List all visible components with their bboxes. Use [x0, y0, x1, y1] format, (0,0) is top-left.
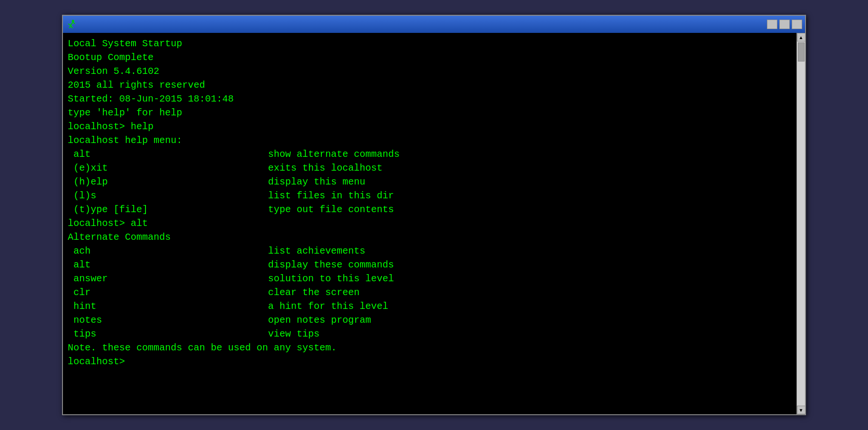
terminal-area[interactable]: Local System StartupBootup CompleteVersi…	[63, 33, 796, 414]
window-body: Local System StartupBootup CompleteVersi…	[63, 33, 805, 414]
scroll-thumb[interactable]	[798, 42, 805, 61]
terminal-line: localhost> help	[68, 120, 792, 133]
terminal-cmd-row: (t)ype [file]type out file contents	[68, 203, 792, 216]
terminal-cmd-row: (e)xitexits this localhost	[68, 161, 792, 175]
svg-line-5	[73, 22, 75, 24]
title-bar-buttons	[767, 20, 802, 29]
terminal-cmd-row: (l)slist files in this dir	[68, 189, 792, 203]
svg-line-4	[71, 25, 72, 28]
terminal-line: 2015 all rights reserved	[68, 78, 792, 92]
terminal-cmd-row: altshow alternate commands	[68, 147, 792, 161]
terminal-line: localhost help menu:	[68, 133, 792, 147]
scroll-up-arrow[interactable]: ▲	[797, 33, 806, 41]
cmd-name: (t)ype [file]	[68, 203, 268, 216]
terminal-cmd-row: altdisplay these commands	[68, 258, 792, 272]
title-bar-left	[66, 19, 80, 30]
cmd-desc: clear the screen	[268, 286, 360, 299]
scroll-down-arrow[interactable]: ▼	[797, 406, 806, 414]
cmd-desc: exits this localhost	[268, 161, 382, 175]
cmd-desc: solution to this level	[268, 272, 394, 286]
cmd-name: alt	[68, 147, 268, 161]
title-bar	[63, 16, 805, 33]
terminal-line: Version 5.4.6102	[68, 64, 792, 78]
cmd-desc: view tips	[268, 327, 320, 341]
scroll-track	[797, 41, 805, 406]
svg-point-0	[72, 20, 74, 22]
cmd-desc: display these commands	[268, 258, 394, 272]
terminal-line: localhost>	[68, 355, 792, 369]
terminal-line: Bootup Complete	[68, 51, 792, 64]
cmd-name: alt	[68, 258, 268, 272]
terminal-line: type 'help' for help	[68, 106, 792, 120]
terminal-cmd-row: clrclear the screen	[68, 286, 792, 299]
cmd-name: clr	[68, 286, 268, 299]
cmd-name: hint	[68, 299, 268, 313]
svg-line-2	[68, 24, 71, 25]
cmd-desc: open notes program	[268, 313, 371, 327]
cmd-name: ach	[68, 244, 268, 258]
terminal-cmd-row: tipsview tips	[68, 327, 792, 341]
terminal-line: Local System Startup	[68, 37, 792, 51]
terminal-cmd-row: answersolution to this level	[68, 272, 792, 286]
close-button[interactable]	[792, 20, 802, 29]
terminal-cmd-row: hinta hint for this level	[68, 299, 792, 313]
cmd-desc: show alternate commands	[268, 147, 400, 161]
cmd-desc: type out file contents	[268, 203, 394, 216]
cmd-name: (l)s	[68, 189, 268, 203]
cmd-name: answer	[68, 272, 268, 286]
cmd-name: (e)xit	[68, 161, 268, 175]
terminal-cmd-row: (h)elpdisplay this menu	[68, 175, 792, 189]
cmd-name: (h)elp	[68, 175, 268, 189]
terminal-line: Started: 08-Jun-2015 18:01:48	[68, 92, 792, 106]
cmd-desc: list files in this dir	[268, 189, 394, 203]
cmd-desc: a hint for this level	[268, 299, 388, 313]
scrollbar: ▲ ▼	[796, 33, 805, 414]
terminal-line: localhost> alt	[68, 216, 792, 230]
minimize-button[interactable]	[767, 20, 777, 29]
cmd-name: tips	[68, 327, 268, 341]
terminal-cmd-row: notesopen notes program	[68, 313, 792, 327]
svg-line-1	[71, 22, 73, 26]
maximize-button[interactable]	[779, 20, 790, 29]
terminal-cmd-row: achlist achievements	[68, 244, 792, 258]
cmd-desc: display this menu	[268, 175, 365, 189]
terminal-line: Alternate Commands	[68, 230, 792, 244]
cmd-name: notes	[68, 313, 268, 327]
app-icon	[66, 19, 76, 30]
main-window: Local System StartupBootup CompleteVersi…	[62, 15, 806, 415]
terminal-line: Note. these commands can be used on any …	[68, 341, 792, 355]
cmd-desc: list achievements	[268, 244, 365, 258]
